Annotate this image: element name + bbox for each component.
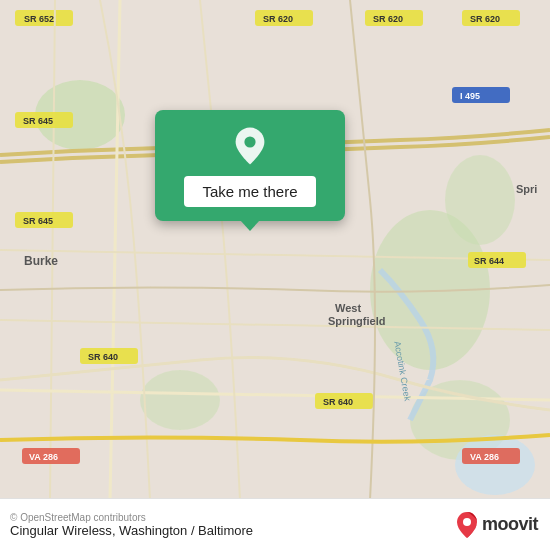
svg-text:West: West (335, 302, 361, 314)
map-svg: SR 652 SR 620 SR 620 SR 620 I 495 SR 645… (0, 0, 550, 500)
moovit-pin-icon (456, 511, 478, 539)
map-container: SR 652 SR 620 SR 620 SR 620 I 495 SR 645… (0, 0, 550, 550)
svg-point-4 (140, 370, 220, 430)
svg-text:SR 645: SR 645 (23, 216, 53, 226)
svg-text:SR 640: SR 640 (323, 397, 353, 407)
svg-text:SR 640: SR 640 (88, 352, 118, 362)
location-pin-icon (230, 126, 270, 166)
svg-point-6 (455, 435, 535, 495)
svg-point-5 (445, 155, 515, 245)
moovit-brand-text: moovit (482, 514, 538, 535)
bottom-left: © OpenStreetMap contributors Cingular Wi… (10, 512, 253, 538)
moovit-logo: moovit (456, 511, 538, 539)
svg-text:VA 286: VA 286 (470, 452, 499, 462)
copyright-text: © OpenStreetMap contributors (10, 512, 253, 523)
take-me-there-button[interactable]: Take me there (184, 176, 315, 207)
location-title: Cingular Wireless, Washington / Baltimor… (10, 523, 253, 538)
svg-text:SR 620: SR 620 (373, 14, 403, 24)
svg-text:SR 620: SR 620 (470, 14, 500, 24)
svg-text:Burke: Burke (24, 254, 58, 268)
svg-text:I 495: I 495 (460, 91, 480, 101)
svg-text:Spri: Spri (516, 183, 537, 195)
popup-card: Take me there (155, 110, 345, 221)
svg-text:SR 652: SR 652 (24, 14, 54, 24)
svg-text:SR 645: SR 645 (23, 116, 53, 126)
bottom-bar: © OpenStreetMap contributors Cingular Wi… (0, 498, 550, 550)
svg-point-41 (244, 136, 255, 147)
svg-text:VA 286: VA 286 (29, 452, 58, 462)
svg-text:Springfield: Springfield (328, 315, 385, 327)
svg-point-42 (463, 518, 471, 526)
svg-text:SR 644: SR 644 (474, 256, 504, 266)
svg-text:SR 620: SR 620 (263, 14, 293, 24)
